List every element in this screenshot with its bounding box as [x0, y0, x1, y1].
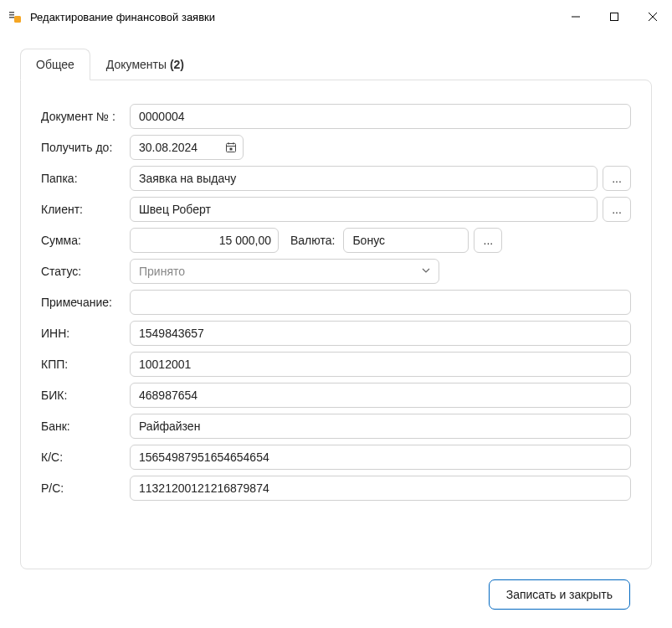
window-title: Редактирование финансовой заявки	[30, 11, 557, 23]
svg-rect-1	[9, 14, 14, 16]
svg-rect-3	[14, 16, 21, 23]
receive-by-label: Получить до:	[41, 141, 130, 154]
amount-label: Сумма:	[41, 234, 130, 247]
footer: Записать и закрыть	[20, 569, 652, 615]
status-label: Статус:	[41, 265, 130, 278]
kpp-label: КПП:	[41, 358, 130, 371]
date-picker-button[interactable]	[223, 140, 239, 155]
maximize-button[interactable]	[595, 0, 634, 33]
amount-input[interactable]	[130, 228, 279, 253]
client-label: Клиент:	[41, 203, 130, 216]
tabs: Общее Документы (2)	[20, 49, 652, 80]
minimize-button[interactable]	[557, 0, 595, 33]
note-label: Примечание:	[41, 296, 130, 309]
inn-label: ИНН:	[41, 327, 130, 340]
rs-input[interactable]	[130, 476, 631, 501]
tab-general-label: Общее	[36, 58, 74, 71]
calendar-icon	[225, 142, 237, 153]
bank-input[interactable]	[130, 414, 631, 439]
kpp-input[interactable]	[130, 352, 631, 377]
form-panel: Документ № : Получить до:	[20, 80, 652, 569]
inn-input[interactable]	[130, 321, 631, 346]
tab-general[interactable]: Общее	[20, 49, 90, 80]
window-controls	[557, 0, 672, 33]
doc-number-input[interactable]	[130, 104, 631, 129]
close-icon	[649, 13, 657, 21]
bik-label: БИК:	[41, 389, 130, 402]
bank-label: Банк:	[41, 420, 130, 433]
tab-documents-label: Документы	[106, 58, 167, 71]
titlebar: Редактирование финансовой заявки	[0, 0, 672, 33]
currency-label: Валюта:	[290, 234, 335, 247]
client-browse-button[interactable]: ...	[603, 197, 631, 222]
currency-browse-button[interactable]: ...	[474, 228, 502, 253]
status-select[interactable]: Принято	[130, 259, 439, 284]
folder-browse-button[interactable]: ...	[603, 166, 631, 191]
svg-rect-12	[230, 148, 233, 151]
tab-documents-count: (2)	[170, 58, 184, 71]
client-input[interactable]	[130, 197, 598, 222]
minimize-icon	[572, 13, 580, 21]
svg-rect-5	[611, 13, 618, 21]
svg-rect-0	[9, 12, 14, 13]
doc-number-label: Документ № :	[41, 110, 130, 123]
tab-documents[interactable]: Документы (2)	[90, 49, 200, 80]
bik-input[interactable]	[130, 383, 631, 408]
folder-input[interactable]	[130, 166, 598, 191]
close-button[interactable]	[634, 0, 672, 33]
ks-label: К/С:	[41, 450, 130, 464]
svg-rect-2	[9, 17, 14, 18]
ks-input[interactable]	[130, 445, 631, 470]
app-icon	[8, 10, 22, 23]
currency-input[interactable]	[343, 228, 469, 253]
content-area: Общее Документы (2) Документ № : Получит…	[0, 33, 672, 628]
note-input[interactable]	[130, 290, 631, 315]
save-close-button[interactable]: Записать и закрыть	[489, 579, 630, 610]
folder-label: Папка:	[41, 172, 130, 185]
rs-label: Р/С:	[41, 481, 130, 495]
maximize-icon	[610, 13, 618, 21]
